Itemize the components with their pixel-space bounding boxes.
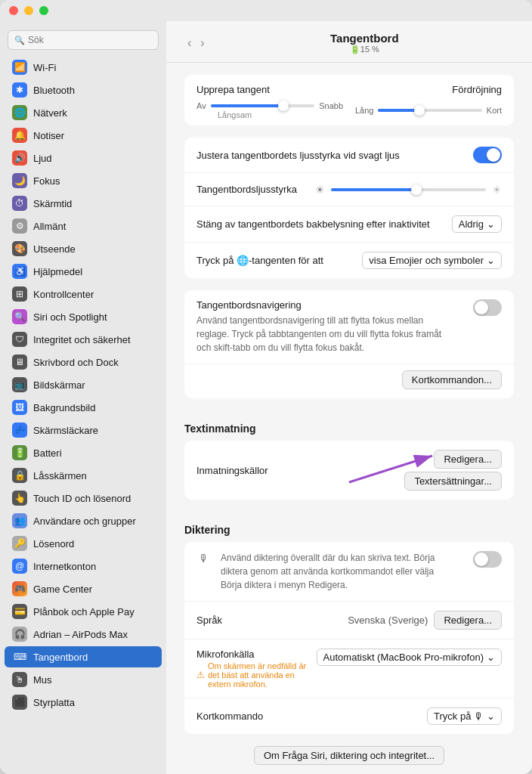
sidebar-item-users[interactable]: 👥 Användare och grupper — [5, 510, 162, 531]
kortkommando-select[interactable]: Tryck på 🎙 ⌄ — [427, 707, 502, 725]
sidebar-item-screentime[interactable]: ⏱ Skärmtid — [5, 193, 162, 214]
delay-slider-thumb[interactable] — [414, 105, 425, 116]
sidebar-item-trackpad[interactable]: ⬛ Styrplatta — [5, 692, 162, 713]
sidebar-label-general: Allmänt — [33, 221, 66, 232]
sidebar-item-airpods[interactable]: 🎧 Adrian – AirPods Max — [5, 624, 162, 645]
wallpaper-icon: 🖼 — [12, 400, 27, 415]
adjust-brightness-toggle[interactable] — [473, 147, 502, 163]
lock-icon: 🔒 — [12, 468, 27, 483]
sidebar: 🔍 📶 Wi-Fi ✱ Bluetooth 🌐 Nätverk 🔔 Notise… — [0, 21, 166, 774]
integritet-button[interactable]: Om Fråga Siri, diktering och integritet.… — [254, 746, 444, 765]
sidebar-label-accessibility: Hjälpmedel — [33, 266, 82, 277]
sound-icon: 🔊 — [12, 150, 27, 166]
general-icon: ⚙ — [12, 218, 27, 234]
maximize-button[interactable] — [39, 6, 48, 15]
sidebar-item-battery[interactable]: 🔋 Batteri — [5, 442, 162, 463]
sidebar-item-general[interactable]: ⚙ Allmänt — [5, 215, 162, 237]
sidebar-item-appearance[interactable]: 🎨 Utseende — [5, 238, 162, 259]
touchid-icon: 👆 — [12, 491, 27, 506]
main-window: 🔍 📶 Wi-Fi ✱ Bluetooth 🌐 Nätverk 🔔 Notise… — [0, 0, 532, 774]
textersättningar-button[interactable]: Textersättningar... — [404, 472, 502, 491]
battery-icon: 🔋 — [12, 445, 27, 460]
main-area: 🔍 📶 Wi-Fi ✱ Bluetooth 🌐 Nätverk 🔔 Notise… — [0, 21, 532, 774]
inmatningskällor-wrapper: Inmatningskällor Redigera... Textersättn… — [184, 441, 514, 500]
sidebar-item-touchid[interactable]: 👆 Touch ID och lösenord — [5, 488, 162, 509]
privacy-icon: 🛡 — [12, 332, 27, 347]
sidebar-item-lockscreen[interactable]: 🔒 Låsskärmen — [5, 465, 162, 486]
password-icon: 🔑 — [12, 536, 27, 551]
notifications-icon: 🔔 — [12, 128, 27, 143]
forward-button[interactable]: › — [197, 35, 207, 51]
backlight-select[interactable]: Aldrig ⌄ — [452, 215, 502, 233]
close-button[interactable] — [9, 6, 18, 15]
sidebar-item-notifications[interactable]: 🔔 Notiser — [5, 125, 162, 146]
diktering-section: 🎙 Använd diktering överallt där du kan s… — [184, 542, 514, 734]
nav-desc-label: Använd tangentbordsnavigering till att f… — [196, 314, 455, 354]
keyboard-nav-toggle[interactable] — [473, 299, 502, 316]
sidebar-item-controlcenter[interactable]: ⊞ Kontrollcenter — [5, 283, 162, 305]
sidebar-label-airpods: Adrian – AirPods Max — [33, 629, 128, 640]
kort-label: Kort — [487, 106, 502, 115]
sidebar-label-keyboard: Tangentbord — [33, 652, 88, 663]
mikrofon-value: Automatiskt (MacBook Pro-mikrofon) — [323, 652, 484, 663]
kortkommando-value: Tryck på 🎙 — [434, 711, 484, 722]
brightness-section: Justera tangentbordets ljusstyrka vid sv… — [184, 138, 514, 278]
sidebar-item-gamecenter[interactable]: 🎮 Game Center — [5, 578, 162, 599]
sidebar-label-displays: Bildskärmar — [33, 379, 85, 391]
sidebar-item-desktop[interactable]: 🖥 Skrivbord och Dock — [5, 351, 162, 373]
kortkommando-label: Kortkommando — [196, 711, 263, 722]
sidebar-label-sound: Ljud — [33, 153, 52, 164]
diktering-toggle[interactable] — [473, 551, 502, 568]
back-button[interactable]: ‹ — [184, 35, 194, 51]
sidebar-label-bluetooth: Bluetooth — [33, 85, 75, 96]
chevron-down-icon3: ⌄ — [487, 652, 495, 663]
sidebar-item-bluetooth[interactable]: ✱ Bluetooth — [5, 79, 162, 101]
screensaver-icon: 💤 — [12, 423, 27, 438]
diktering-desc-row: 🎙 Använd diktering överallt där du kan s… — [184, 542, 514, 602]
sidebar-label-desktop: Skrivbord och Dock — [33, 357, 119, 368]
diktering-desc: Använd diktering överallt där du kan skr… — [221, 551, 455, 592]
minimize-button[interactable] — [24, 6, 33, 15]
sidebar-item-displays[interactable]: 📺 Bildskärmar — [5, 374, 162, 395]
språk-row: Språk Svenska (Sverige) Redigera... — [184, 602, 514, 639]
sidebar-item-internet[interactable]: @ Internetkonton — [5, 556, 162, 577]
sidebar-item-focus[interactable]: 🌙 Fokus — [5, 170, 162, 191]
sidebar-label-mouse: Mus — [33, 674, 52, 686]
sidebar-item-sound[interactable]: 🔊 Ljud — [5, 147, 162, 169]
brightness-slider-thumb[interactable] — [411, 184, 422, 195]
sidebar-label-trackpad: Styrplatta — [33, 697, 75, 708]
sidebar-item-keyboard[interactable]: ⌨ Tangentbord — [5, 646, 162, 667]
repeat-slider-thumb[interactable] — [278, 101, 289, 111]
screentime-icon: ⏱ — [12, 196, 27, 211]
sidebar-item-accessibility[interactable]: ♿ Hjälpmedel — [5, 261, 162, 282]
sidebar-item-siri[interactable]: 🔍 Siri och Spotlight — [5, 306, 162, 327]
fn-key-row: Tryck på 🌐-tangenten för att visa Emojie… — [184, 243, 514, 278]
sidebar-label-battery: Batteri — [33, 447, 62, 459]
språk-label: Språk — [196, 615, 222, 626]
redigera-button-1[interactable]: Redigera... — [434, 450, 502, 469]
mikrofon-select[interactable]: Automatiskt (MacBook Pro-mikrofon) ⌄ — [317, 649, 502, 666]
sidebar-label-focus: Fokus — [33, 175, 60, 187]
sidebar-item-privacy[interactable]: 🛡 Integritet och säkerhet — [5, 329, 162, 350]
page-title: Tangentbord — [330, 32, 399, 45]
trackpad-icon: ⬛ — [12, 695, 27, 710]
kortkommandon-button[interactable]: Kortkommandon... — [402, 370, 502, 389]
sidebar-item-password[interactable]: 🔑 Lösenord — [5, 533, 162, 554]
sidebar-item-wifi[interactable]: 📶 Wi-Fi — [5, 57, 162, 78]
sidebar-item-network[interactable]: 🌐 Nätverk — [5, 102, 162, 123]
nav-arrows: ‹ › — [184, 35, 208, 51]
snabb-label: Snabb — [319, 101, 343, 110]
appearance-icon: 🎨 — [12, 241, 27, 256]
search-input[interactable] — [28, 35, 152, 45]
sidebar-label-siri: Siri och Spotlight — [33, 311, 107, 323]
fn-key-select[interactable]: visa Emojier och symboler ⌄ — [362, 252, 502, 269]
content-panel: ‹ › Tangentbord 🔋15 % Upprepa tangent Fö… — [166, 21, 532, 774]
redigera-button-2[interactable]: Redigera... — [434, 611, 502, 630]
sidebar-item-wallet[interactable]: 💳 Plånbok och Apple Pay — [5, 601, 162, 622]
sidebar-item-wallpaper[interactable]: 🖼 Bakgrundsbild — [5, 397, 162, 418]
keyboard-nav-row: Tangentbordsnavigering Använd tangentbor… — [184, 290, 514, 364]
sidebar-item-mouse[interactable]: 🖱 Mus — [5, 669, 162, 690]
sidebar-item-screensaver[interactable]: 💤 Skärmsläckare — [5, 420, 162, 441]
fördröjning-label: Fördröjning — [452, 84, 502, 95]
search-box[interactable]: 🔍 — [8, 30, 159, 50]
